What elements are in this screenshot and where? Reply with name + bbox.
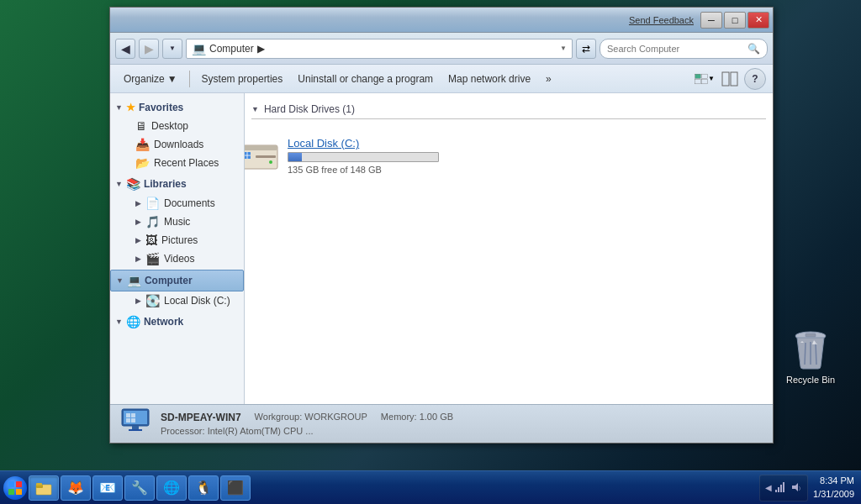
path-dropdown-arrow[interactable]: ▼ (560, 45, 567, 52)
sidebar-libraries-header[interactable]: ▼ 📚 Libraries (110, 174, 244, 194)
taskbar-app-misc1[interactable]: 🐧 (188, 475, 219, 501)
taskbar-app-explorer[interactable] (29, 475, 59, 501)
svg-text:): ) (799, 486, 800, 491)
sidebar-item-pictures[interactable]: ▶ 🖼 Pictures (110, 231, 244, 249)
taskbar-app-email[interactable]: 📧 (92, 475, 123, 501)
documents-toggle: ▶ (135, 199, 141, 207)
sidebar-item-local-disk-c[interactable]: ▶ 💽 Local Disk (C:) (110, 291, 244, 310)
forward-button[interactable]: ▶ (139, 39, 159, 59)
ie-icon: 🌐 (163, 480, 180, 496)
recycle-bin-icon (790, 328, 831, 371)
sidebar: ▼ ★ Favorites 🖥 Desktop 📥 Downloads 📂 (110, 93, 245, 404)
uninstall-button[interactable]: Uninstall or change a program (291, 68, 440, 90)
hard-disk-section-title: Hard Disk Drives (1) (264, 103, 355, 115)
path-label: Computer (209, 43, 254, 55)
svg-rect-4 (722, 72, 729, 86)
sidebar-network-header[interactable]: ▼ 🌐 Network (110, 312, 244, 332)
pictures-icon: 🖼 (145, 234, 157, 247)
search-input[interactable] (607, 44, 744, 54)
documents-icon: 📄 (145, 197, 160, 210)
videos-label: Videos (164, 253, 194, 265)
hard-disk-section-header: ▼ Hard Disk Drives (1) (251, 100, 766, 119)
organize-button[interactable]: Organize ▼ (117, 68, 184, 90)
tray-volume-icon: ) (790, 481, 802, 495)
clock[interactable]: 8:34 PM 1/31/2009 (810, 475, 858, 501)
tray-network-icon (775, 481, 787, 495)
email-icon: 📧 (99, 480, 116, 496)
svg-rect-29 (16, 489, 22, 495)
status-row-1: SD-MPEAY-WIN7 Workgroup: WORKGROUP Memor… (161, 412, 453, 423)
tray-expand-arrow[interactable]: ◀ (765, 483, 772, 492)
hard-disk-toggle[interactable]: ▼ (251, 105, 259, 113)
svg-rect-18 (126, 418, 130, 423)
sidebar-item-videos[interactable]: ▶ 🎬 Videos (110, 249, 244, 268)
taskbar-app-ie[interactable]: 🌐 (156, 475, 187, 501)
address-bar[interactable]: 💻 Computer ▶ ▼ (186, 39, 573, 59)
svg-rect-19 (131, 413, 135, 417)
recycle-bin-label: Recycle Bin (786, 375, 835, 385)
svg-rect-5 (731, 72, 737, 86)
maximize-button[interactable]: □ (724, 12, 746, 29)
close-button[interactable]: ✕ (747, 12, 769, 29)
taskbar-app-firefox[interactable]: 🦊 (61, 475, 91, 501)
videos-icon: 🎬 (145, 252, 160, 265)
music-icon: 🎵 (145, 215, 160, 228)
disk-name[interactable]: Local Disk (C:) (288, 137, 439, 150)
svg-rect-16 (129, 429, 142, 431)
system-tray: ◀ ) (759, 475, 808, 501)
system-properties-button[interactable]: System properties (195, 68, 290, 90)
help-button[interactable]: ? (744, 68, 766, 90)
refresh-button[interactable]: ⇄ (576, 39, 596, 59)
sidebar-computer-header[interactable]: ▼ 💻 Computer (110, 270, 244, 291)
computer-label: Computer (145, 275, 193, 286)
sidebar-item-desktop[interactable]: 🖥 Desktop (110, 117, 244, 135)
local-disk-c-label: Local Disk (C:) (164, 295, 230, 307)
computer-icon: 💻 (127, 274, 141, 287)
disk-content: Local Disk (C:) 135 GB free of 148 GB (245, 137, 439, 175)
music-toggle: ▶ (135, 218, 141, 226)
taskbar-app-tool[interactable]: 🔧 (124, 475, 155, 501)
sidebar-item-documents[interactable]: ▶ 📄 Documents (110, 194, 244, 213)
toolbar: Organize ▼ System properties Uninstall o… (110, 65, 773, 93)
more-button[interactable]: » (539, 68, 558, 90)
svg-rect-2 (695, 79, 701, 83)
file-area: ▼ Hard Disk Drives (1) (245, 93, 773, 404)
sidebar-favorites-header[interactable]: ▼ ★ Favorites (110, 98, 244, 117)
disk-item-row: Local Disk (C:) 135 GB free of 148 GB (251, 126, 766, 186)
clock-date: 1/31/2009 (813, 488, 854, 501)
svg-rect-27 (16, 481, 22, 487)
organize-dropdown-icon: ▼ (167, 73, 177, 85)
map-network-button[interactable]: Map network drive (441, 68, 537, 90)
svg-rect-28 (8, 489, 14, 495)
misc1-icon: 🐧 (195, 480, 212, 496)
svg-rect-1 (702, 74, 708, 78)
nav-history-dropdown[interactable]: ▼ (162, 39, 182, 59)
recycle-bin[interactable]: Recycle Bin (777, 328, 844, 385)
status-memory: Memory: 1.00 GB (381, 412, 453, 423)
sidebar-libraries-section: ▼ 📚 Libraries ▶ 📄 Documents ▶ 🎵 Music (110, 174, 244, 268)
status-processor: Processor: Intel(R) Atom(TM) CPU ... (161, 426, 314, 436)
view-dropdown-button[interactable]: ▼ (694, 68, 716, 90)
title-bar-controls: ─ □ ✕ (700, 12, 769, 29)
toolbar-separator-1 (189, 71, 190, 87)
details-pane-button[interactable] (719, 68, 741, 90)
search-icon: 🔍 (747, 43, 760, 55)
recent-places-label: Recent Places (154, 157, 219, 169)
taskbar-app-misc2[interactable]: ⬛ (220, 475, 251, 501)
svg-rect-11 (256, 155, 276, 158)
svg-rect-17 (126, 413, 130, 417)
back-button[interactable]: ◀ (115, 39, 135, 59)
nav-bar: ◀ ▶ ▼ 💻 Computer ▶ ▼ ⇄ 🔍 (110, 33, 773, 65)
send-feedback-link[interactable]: Send Feedback (629, 15, 694, 25)
sidebar-item-downloads[interactable]: 📥 Downloads (110, 135, 244, 154)
svg-rect-20 (131, 418, 135, 423)
svg-rect-15 (132, 426, 139, 429)
search-box[interactable]: 🔍 (600, 39, 768, 59)
start-button[interactable] (3, 476, 27, 500)
local-disk-c-item[interactable]: Local Disk (C:) 135 GB free of 148 GB (255, 129, 423, 182)
libraries-label: Libraries (144, 178, 187, 190)
minimize-button[interactable]: ─ (700, 12, 722, 29)
sidebar-item-recent-places[interactable]: 📂 Recent Places (110, 154, 244, 172)
main-content: ▼ ★ Favorites 🖥 Desktop 📥 Downloads 📂 (110, 93, 773, 404)
sidebar-item-music[interactable]: ▶ 🎵 Music (110, 213, 244, 231)
